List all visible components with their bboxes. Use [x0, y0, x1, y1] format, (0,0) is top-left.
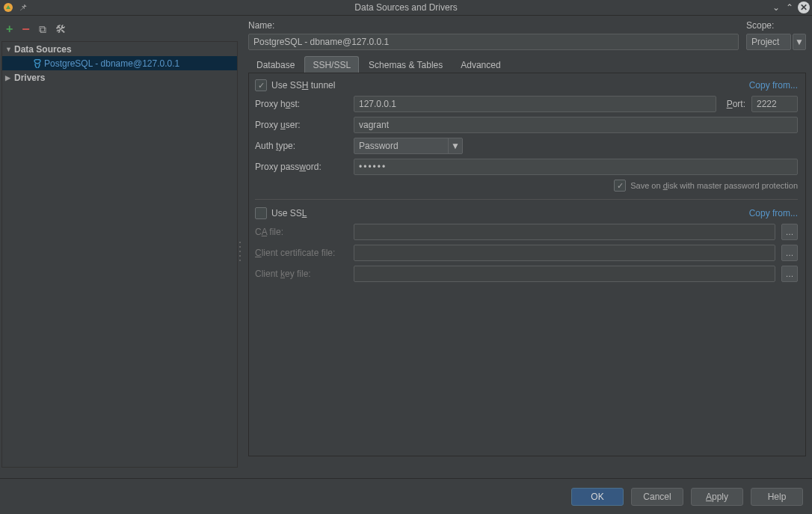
name-label: Name: [248, 20, 739, 31]
tree-section-label: Drivers [14, 73, 45, 83]
tree-section-drivers[interactable]: ▶ Drivers [2, 70, 237, 85]
ca-file-label: CA file: [255, 227, 348, 237]
tab-database[interactable]: Database [248, 56, 303, 73]
ca-file-browse-button[interactable]: … [781, 224, 798, 240]
tree-item-postgresql[interactable]: PostgreSQL - dbname@127.0.0.1 [2, 56, 237, 70]
pin-icon[interactable]: 📌︎ [18, 2, 28, 13]
client-key-file-label: Client key file: [255, 269, 348, 279]
section-divider [255, 199, 798, 200]
add-icon[interactable]: + [6, 22, 13, 36]
client-key-file-input [354, 266, 775, 282]
chevron-up-icon[interactable]: ⌃ [784, 2, 795, 13]
scope-select[interactable]: Project [746, 34, 791, 50]
use-ssl-label: Use SSL [271, 208, 307, 218]
proxy-password-label: Proxy password: [255, 162, 348, 172]
use-ssl-checkbox[interactable]: Use SSL [255, 207, 307, 219]
proxy-password-input[interactable] [354, 159, 798, 175]
ssl-copy-from-link[interactable]: Copy from... [749, 208, 798, 218]
main-panel: Name: Scope: Project ▼ Database SSH/SSL … [239, 16, 812, 478]
save-on-disk-checkbox[interactable]: Save on disk with master password protec… [614, 180, 798, 192]
auth-type-select[interactable]: Password ▼ [354, 138, 463, 154]
sidebar: + − ⧉ 🛠︎ ▼ Data Sources PostgreSQL - dbn… [0, 16, 239, 478]
client-cert-browse-button[interactable]: … [781, 245, 798, 261]
tree-item-label: PostgreSQL - dbname@127.0.0.1 [44, 58, 179, 69]
proxy-host-input[interactable] [354, 96, 716, 112]
cancel-button[interactable]: Cancel [631, 488, 683, 506]
tab-ssh-ssl[interactable]: SSH/SSL [304, 56, 359, 73]
save-on-disk-label: Save on disk with master password protec… [630, 181, 798, 190]
tab-schemas-tables[interactable]: Schemas & Tables [360, 56, 451, 73]
sidebar-toolbar: + − ⧉ 🛠︎ [1, 20, 238, 38]
proxy-user-input[interactable] [354, 117, 798, 133]
client-key-browse-button[interactable]: … [781, 266, 798, 282]
ok-button[interactable]: OK [571, 488, 624, 506]
tabs: Database SSH/SSL Schemas & Tables Advanc… [248, 56, 806, 73]
tree-section-data-sources[interactable]: ▼ Data Sources [2, 42, 237, 56]
scope-label: Scope: [746, 20, 791, 31]
port-input[interactable] [751, 96, 798, 112]
client-cert-file-input [354, 245, 775, 261]
remove-icon[interactable]: − [22, 22, 30, 37]
name-input[interactable] [248, 34, 739, 50]
disclosure-right-icon[interactable]: ▶ [5, 74, 13, 82]
data-source-tree: ▼ Data Sources PostgreSQL - dbname@127.0… [1, 41, 238, 468]
ssh-copy-from-link[interactable]: Copy from... [749, 80, 798, 91]
window-title: Data Sources and Drivers [0, 2, 812, 13]
chevron-down-icon[interactable]: ⌄ [771, 2, 781, 13]
close-icon[interactable]: ✕ [798, 1, 810, 13]
proxy-host-label: Proxy host: [255, 99, 348, 109]
auth-type-value: Password [354, 141, 448, 151]
help-button[interactable]: Help [751, 488, 803, 506]
title-bar: 📌︎ Data Sources and Drivers ⌄ ⌃ ✕ [0, 0, 812, 16]
auth-type-label: Auth type: [255, 141, 348, 151]
tree-section-label: Data Sources [14, 44, 72, 55]
settings-icon[interactable]: 🛠︎ [55, 23, 66, 35]
chevron-down-icon: ▼ [448, 138, 462, 153]
tab-advanced[interactable]: Advanced [452, 56, 508, 73]
checkbox-checked-icon [614, 180, 626, 192]
client-cert-file-label: Client certificate file: [255, 248, 348, 258]
copy-icon[interactable]: ⧉ [39, 23, 46, 36]
checkbox-checked-icon [255, 79, 267, 91]
ssh-ssl-panel: Use SSH tunnel Copy from... Proxy host: … [248, 73, 806, 456]
splitter-grip[interactable] [238, 240, 242, 263]
dialog-footer: OK Cancel Apply Help [0, 478, 812, 514]
postgresql-icon [32, 59, 43, 68]
scope-dropdown-button[interactable]: ▼ [793, 34, 806, 50]
use-ssh-tunnel-label: Use SSH tunnel [271, 80, 335, 91]
app-icon [3, 2, 13, 13]
disclosure-down-icon[interactable]: ▼ [5, 46, 13, 53]
use-ssh-tunnel-checkbox[interactable]: Use SSH tunnel [255, 79, 335, 91]
ca-file-input [354, 224, 775, 240]
proxy-user-label: Proxy user: [255, 120, 348, 130]
apply-button[interactable]: Apply [691, 488, 743, 506]
port-label: Port: [727, 99, 745, 109]
checkbox-unchecked-icon [255, 207, 267, 219]
scope-value: Project [751, 37, 779, 47]
